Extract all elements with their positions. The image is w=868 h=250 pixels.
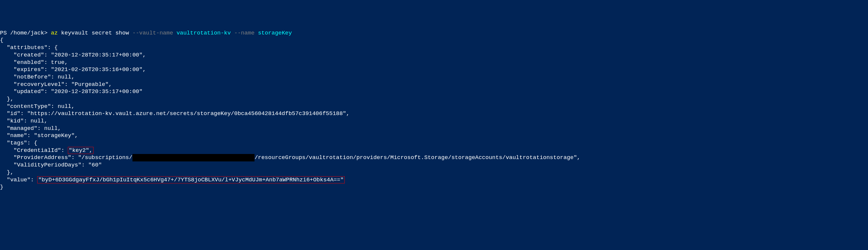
cmd-subcommand: keyvault secret show bbox=[61, 30, 132, 36]
json-tags-open: "tags": { bbox=[0, 139, 868, 147]
json-provideraddress: "ProviderAddress": "/subscriptions/XXXXX… bbox=[0, 154, 868, 162]
prompt-rangle: > bbox=[44, 30, 51, 36]
json-attrs-open: "attributes": { bbox=[0, 44, 868, 51]
json-validityperiod: "ValidityPeriodDays": "60" bbox=[0, 162, 868, 169]
json-created: "created": "2020-12-28T20:35:17+00:00", bbox=[0, 51, 868, 59]
value-key: "value": bbox=[0, 177, 37, 183]
json-value: "value": "byD+6D3GGdgayFfxJ/bGh1pIuItqKx… bbox=[0, 176, 868, 184]
redacted-subscription-id: XXXXXXXXXXXXXXXXXXXXXXXXXXXXXXXXXXXX bbox=[132, 154, 254, 162]
arg-vault-name: vaultrotation-kv bbox=[177, 30, 234, 36]
json-tags-close: }, bbox=[0, 169, 868, 176]
ps-prefix: PS bbox=[0, 30, 10, 36]
json-credentialid: "CredentialId": "key2", bbox=[0, 147, 868, 154]
flag-name: --name bbox=[234, 30, 258, 36]
arg-name: storageKey bbox=[258, 30, 292, 36]
cwd: /home/jack bbox=[10, 30, 44, 36]
json-enabled: "enabled": true, bbox=[0, 59, 868, 66]
flag-vault-name: --vault-name bbox=[132, 30, 177, 36]
json-name: "name": "storageKey", bbox=[0, 132, 868, 139]
value-highlight: "byD+6D3GGdgayFfxJ/bGh1pIuItqKx5c6HVg47+… bbox=[37, 176, 344, 183]
json-contenttype: "contentType": null, bbox=[0, 103, 868, 110]
json-id: "id": "https://vaultrotation-kv.vault.az… bbox=[0, 110, 868, 117]
json-attrs-close: }, bbox=[0, 96, 868, 103]
terminal-output: PS /home/jack> az keyvault secret show -… bbox=[0, 29, 868, 191]
json-kid: "kid": null, bbox=[0, 117, 868, 125]
provaddr-post: /resourceGroups/vaultrotation/providers/… bbox=[254, 154, 581, 161]
json-notbefore: "notBefore": null, bbox=[0, 73, 868, 81]
prompt-line[interactable]: PS /home/jack> az keyvault secret show -… bbox=[0, 29, 868, 37]
json-recoverylevel: "recoveryLevel": "Purgeable", bbox=[0, 81, 868, 88]
json-close: } bbox=[0, 183, 868, 191]
cmd-az: az bbox=[51, 30, 61, 36]
json-updated: "updated": "2020-12-28T20:35:17+00:00" bbox=[0, 88, 868, 96]
credid-key: "CredentialId": bbox=[0, 147, 68, 154]
json-expires: "expires": "2021-02-26T20:35:16+00:00", bbox=[0, 66, 868, 73]
credid-highlight: "key2", bbox=[68, 147, 93, 154]
json-open: { bbox=[0, 37, 868, 44]
json-managed: "managed": null, bbox=[0, 125, 868, 132]
provaddr-pre: "ProviderAddress": "/subscriptions/ bbox=[0, 154, 132, 161]
